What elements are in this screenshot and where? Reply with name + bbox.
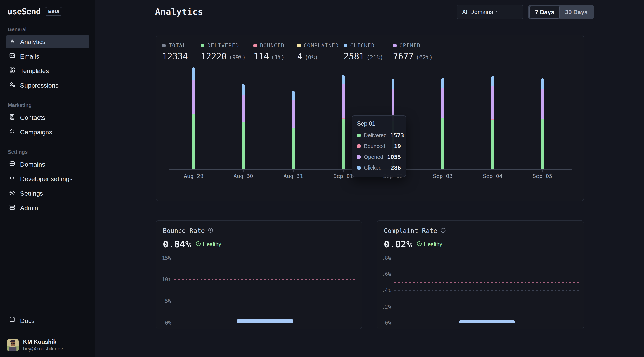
sidebar-item-label: Campaigns	[20, 128, 52, 136]
sidebar-item-analytics[interactable]: Analytics	[6, 35, 90, 48]
sidebar-item-emails[interactable]: Emails	[6, 50, 90, 63]
kebab-menu-icon[interactable]	[82, 342, 88, 349]
bar-segment-opened	[192, 80, 195, 114]
grid-line	[394, 307, 579, 307]
sidebar-item-suppressions[interactable]: Suppressions	[6, 79, 90, 92]
bar-sep-05[interactable]	[541, 78, 544, 169]
sidebar-item-templates[interactable]: Templates	[6, 64, 90, 78]
bar-segment-opened	[541, 89, 544, 119]
date-range-toggle: 7 Days30 Days	[528, 5, 594, 20]
tick-label: .6%	[377, 271, 391, 277]
grid-line	[174, 323, 357, 323]
bar-segment-clicked	[192, 68, 195, 80]
axis-tick	[443, 170, 443, 172]
complaint-rate-card: Complaint Rate0.02%Healthy.8%.6%.4%.2%0%	[377, 220, 584, 330]
sidebar-item-contacts[interactable]: Contacts	[6, 111, 90, 124]
bar-segment-delivered	[541, 119, 544, 169]
tooltip-value: 1055	[387, 154, 401, 160]
axis-label-sep-04: Sep 04	[474, 173, 511, 179]
stat-value: 4	[297, 51, 302, 61]
bar-segment-clicked	[342, 75, 344, 84]
sidebar-item-admin[interactable]: Admin	[6, 201, 90, 215]
bar-segment-opened	[492, 86, 494, 120]
user-row[interactable]: KM Koushik hey@koushik.dev	[6, 338, 90, 352]
stat-label: TOTAL	[169, 42, 186, 49]
stat-label: BOUNCED	[260, 42, 284, 49]
tooltip-swatch	[357, 134, 360, 137]
bar-segment-delivered	[492, 120, 494, 169]
axis-label-sep-03: Sep 03	[424, 173, 462, 179]
mail-icon	[9, 52, 15, 60]
sidebar-item-docs[interactable]: Docs	[6, 314, 90, 327]
domain-filter-select[interactable]: All Domains	[457, 5, 523, 20]
bar-aug-30[interactable]	[242, 84, 245, 169]
bar-segment-delivered	[342, 119, 344, 169]
stat-value: 12220	[201, 51, 226, 61]
axis-tick	[343, 170, 344, 172]
tick-label: 0%	[156, 320, 171, 326]
status-label: Healthy	[424, 241, 442, 248]
rate-value-row: 0.84%Healthy	[163, 239, 362, 250]
bar-sep-04[interactable]	[492, 76, 494, 169]
sidebar-item-settings[interactable]: Settings	[6, 187, 90, 200]
docs-label: Docs	[20, 317, 34, 324]
bar-aug-31[interactable]	[292, 91, 294, 169]
bounce-rate-card: Bounce Rate0.84%Healthy15%10%5%0%	[156, 220, 362, 330]
book-open-icon	[9, 317, 15, 324]
beta-badge: Beta	[45, 7, 62, 16]
bar-aug-29[interactable]	[192, 68, 195, 169]
user-x-icon	[9, 82, 15, 89]
tick-label: .8%	[377, 255, 391, 261]
tooltip-value: 19	[394, 143, 401, 150]
nav-section-label: Marketing	[8, 102, 90, 108]
tick-label: 5%	[156, 298, 171, 304]
info-icon[interactable]	[208, 228, 213, 234]
sidebar: useSend Beta GeneralAnalyticsEmailsTempl…	[0, 0, 96, 357]
book-user-icon	[9, 114, 15, 122]
rate-bar[interactable]	[459, 320, 515, 323]
sidebar-item-developer-settings[interactable]: Developer settings	[6, 172, 90, 186]
bar-chart-icon	[9, 38, 15, 46]
tick-label: 0%	[377, 320, 391, 326]
axis-tick	[293, 170, 294, 172]
axis-label-aug-29: Aug 29	[175, 173, 212, 179]
range-option-7-days[interactable]: 7 Days	[530, 6, 560, 19]
nav-section-label: Settings	[8, 149, 90, 155]
stat-bounced: BOUNCED114(1%)	[254, 42, 284, 61]
tick-label: .4%	[377, 288, 391, 293]
grid-line	[174, 279, 357, 280]
tooltip-row-clicked: Clicked286	[357, 164, 401, 171]
tooltip-row-bounced: Bounced19	[357, 143, 401, 150]
stat-dot	[201, 44, 204, 47]
stat-label: COMPLAINED	[304, 42, 339, 49]
range-option-30-days[interactable]: 30 Days	[560, 6, 593, 18]
rate-title-row: Bounce Rate	[163, 227, 362, 234]
tick-label: 15%	[156, 255, 171, 261]
info-icon[interactable]	[440, 228, 446, 234]
grid-line	[394, 315, 579, 315]
tooltip-label: Clicked	[364, 165, 382, 171]
bar-segment-clicked	[392, 79, 394, 88]
bar-sep-03[interactable]	[442, 78, 444, 169]
stat-value: 12334	[162, 51, 188, 61]
chart-tooltip: Sep 01 Delivered1573Bounced19Opened1055C…	[352, 115, 406, 177]
nav-section-label: General	[8, 27, 90, 32]
chevron-down-icon	[493, 8, 498, 16]
bar-segment-clicked	[292, 91, 294, 100]
tooltip-title: Sep 01	[357, 120, 401, 127]
rate-value-row: 0.02%Healthy	[384, 239, 584, 250]
sidebar-nav: GeneralAnalyticsEmailsTemplatesSuppressi…	[6, 27, 90, 215]
tooltip-value: 286	[390, 164, 401, 171]
stat-complained: COMPLAINED4(0%)	[297, 42, 339, 61]
rate-bar[interactable]	[237, 319, 293, 323]
sidebar-item-domains[interactable]: Domains	[6, 158, 90, 171]
bar-sep-01[interactable]	[342, 75, 344, 169]
stat-value: 7677	[393, 51, 414, 61]
sidebar-item-campaigns[interactable]: Campaigns	[6, 126, 90, 139]
stat-total: TOTAL12334	[162, 42, 188, 61]
gear-icon	[9, 190, 15, 197]
stat-percent: (99%)	[229, 54, 246, 60]
stat-dot	[393, 44, 396, 47]
stat-label: CLICKED	[350, 42, 375, 49]
grid-line	[174, 258, 357, 258]
